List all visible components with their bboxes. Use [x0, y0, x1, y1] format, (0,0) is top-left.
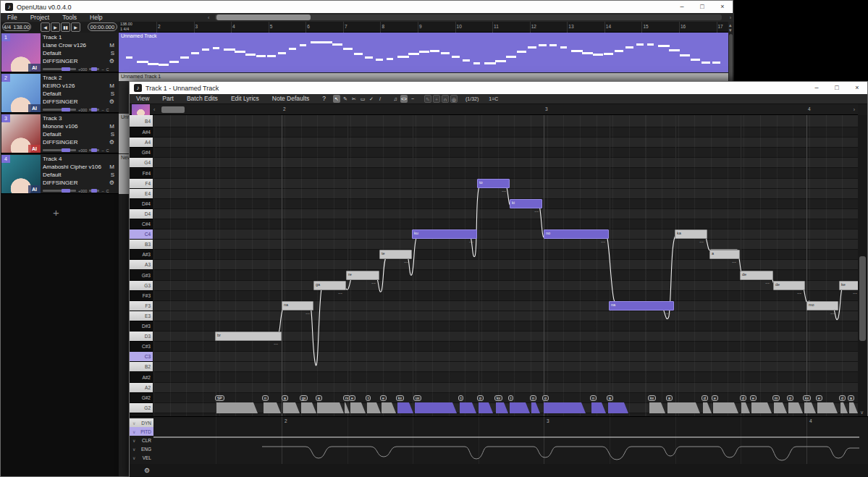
- pr-menu-view[interactable]: View: [130, 95, 156, 103]
- key-mode-setting[interactable]: 1=C: [489, 96, 498, 101]
- volume-slider-thumb[interactable]: [62, 148, 70, 152]
- pan-slider[interactable]: [89, 149, 99, 151]
- pr-menu-edit-lyrics[interactable]: Edit Lyrics: [224, 95, 266, 103]
- piano-key-Fs3[interactable]: F#3: [130, 291, 153, 301]
- piano-key-B2[interactable]: B2: [130, 362, 153, 372]
- piano-key-Ds4[interactable]: D#4: [130, 199, 153, 209]
- note-a-As3[interactable]: a: [709, 250, 740, 259]
- phoneme-label[interactable]: a: [848, 395, 854, 401]
- minimize-button[interactable]: –: [806, 82, 827, 94]
- note-to-F4[interactable]: to: [477, 179, 510, 188]
- piano-key-G2[interactable]: G2: [130, 403, 153, 413]
- chevron-down-icon[interactable]: ∨: [132, 455, 135, 460]
- phoneme-label[interactable]: m: [772, 395, 780, 401]
- phoneme-label[interactable]: ux: [413, 395, 421, 401]
- arrangement-hscrollbar[interactable]: ‹ ›: [205, 13, 734, 22]
- piano-key-A2[interactable]: A2: [130, 383, 153, 393]
- note-no-C4[interactable]: no: [544, 229, 609, 239]
- track-avatar[interactable]: 2AI: [1, 74, 41, 112]
- piano-key-As2[interactable]: A#2: [130, 373, 153, 383]
- piano-key-Gs3[interactable]: G#3: [130, 271, 153, 281]
- phoneme-label[interactable]: kx: [494, 395, 502, 401]
- piano-key-A4[interactable]: A4: [130, 138, 153, 148]
- piano-key-A3[interactable]: A3: [130, 260, 153, 270]
- track-settings-gear-icon[interactable]: ⚙: [109, 98, 114, 106]
- phoneme-label[interactable]: t: [366, 395, 371, 401]
- expression-dyn[interactable]: ∨DYN: [130, 418, 153, 427]
- volume-slider-thumb[interactable]: [62, 108, 70, 111]
- renderer-name[interactable]: DIFFSINGER: [43, 139, 77, 145]
- piano-key-Cs4[interactable]: C#4: [130, 219, 153, 229]
- expression-vel[interactable]: ∨VEL: [130, 453, 153, 462]
- piano-key-B3[interactable]: B3: [130, 240, 153, 250]
- piano-key-E4[interactable]: E4: [130, 189, 153, 199]
- track-card-1[interactable]: 1AITrack 1Llane Crow v126MDefaultSDIFFSI…: [1, 33, 119, 72]
- track-avatar[interactable]: 3AI: [1, 114, 41, 153]
- scroll-up-icon[interactable]: ▴: [729, 22, 732, 28]
- phoneme-label[interactable]: i: [508, 395, 513, 401]
- prev-part-icon[interactable]: ‹: [153, 107, 155, 112]
- expression-curve-area[interactable]: 234: [153, 417, 859, 465]
- phoneme-o[interactable]: [544, 402, 586, 413]
- seek-start-button[interactable]: ◀: [41, 22, 50, 32]
- main-menu-project[interactable]: Project: [24, 14, 56, 22]
- phoneme-label[interactable]: a: [666, 395, 673, 401]
- volume-slider[interactable]: [43, 68, 76, 70]
- pr-menu-?[interactable]: ?: [316, 95, 332, 103]
- main-titlebar[interactable]: ♪ OpenUtau v0.0.4.0 – □ ×: [1, 1, 733, 13]
- piano-key-Cs3[interactable]: C#3: [130, 342, 153, 352]
- chevron-down-icon[interactable]: ∨: [132, 438, 135, 443]
- volume-slider-thumb[interactable]: [62, 189, 70, 193]
- piano-key-As3[interactable]: A#3: [130, 250, 153, 260]
- volume-slider[interactable]: [43, 109, 76, 111]
- scroll-left-icon[interactable]: ‹: [208, 15, 209, 20]
- add-track-button[interactable]: +: [53, 206, 59, 219]
- scroll-right-icon[interactable]: ›: [730, 15, 731, 20]
- play-button[interactable]: ▶: [51, 22, 60, 32]
- expression-eng[interactable]: ∨ENG: [130, 444, 153, 453]
- track-card-4[interactable]: 4AITrack 4Amaboshi Cipher v106MDefaultSD…: [1, 154, 119, 194]
- singer-name[interactable]: KEIRO v126: [43, 83, 75, 89]
- pitch-wave-toggle-icon[interactable]: ~: [409, 95, 416, 103]
- track-avatar[interactable]: 1AI: [1, 33, 41, 72]
- collapse-icon[interactable]: ∨: [860, 410, 864, 415]
- mute-button[interactable]: M: [109, 123, 114, 130]
- phonemizer-name[interactable]: Default: [43, 131, 61, 138]
- piano-roll-vscrollbar[interactable]: ∨: [858, 115, 867, 416]
- brush-tool-icon[interactable]: ✓: [368, 95, 375, 103]
- solo-button[interactable]: S: [111, 50, 114, 57]
- line-tool-icon[interactable]: /: [376, 95, 384, 103]
- renderer-name[interactable]: DIFFSINGER: [43, 58, 77, 64]
- maximize-button[interactable]: □: [692, 1, 712, 13]
- phoneme-SP[interactable]: [216, 402, 258, 413]
- eraser-tool-icon[interactable]: ▭: [359, 95, 366, 103]
- phoneme-label[interactable]: kx: [396, 395, 404, 401]
- main-menu-tools[interactable]: Tools: [56, 14, 83, 22]
- pause-button[interactable]: ▮▮: [61, 22, 70, 32]
- pitch-arc-tool-icon[interactable]: ∩: [442, 95, 449, 103]
- singer-name[interactable]: Amaboshi Cipher v106: [43, 164, 101, 170]
- piano-key-D4[interactable]: D4: [130, 209, 153, 219]
- note-ke-G3[interactable]: ke: [839, 281, 859, 290]
- note-de-Gs3[interactable]: de: [740, 271, 773, 280]
- piano-key-D3[interactable]: D3: [130, 332, 153, 342]
- pitch-anchor-toggle-icon[interactable]: <>: [400, 95, 408, 103]
- piano-key-G4[interactable]: G4: [130, 158, 153, 168]
- snap-setting[interactable]: (1/32): [465, 96, 479, 101]
- phoneme-a[interactable]: [667, 402, 700, 413]
- note-ka-C4[interactable]: ka: [675, 229, 707, 239]
- track-card-2[interactable]: 2AITrack 2KEIRO v126MDefaultSDIFFSINGER⚙…: [1, 73, 119, 113]
- scroll-down-icon[interactable]: ▾: [729, 28, 732, 33]
- pan-slider-thumb[interactable]: [91, 67, 97, 71]
- phoneme-label[interactable]: e: [750, 395, 757, 401]
- piano-roll-grid[interactable]: br~~na~~ga~~re~~te~~ku~~to~~ki~~no~~na~~…: [153, 115, 859, 416]
- track-settings-gear-icon[interactable]: ⚙: [109, 58, 114, 65]
- solo-button[interactable]: S: [111, 172, 114, 179]
- vscroll-thumb[interactable]: [729, 34, 733, 82]
- volume-slider[interactable]: [43, 190, 76, 192]
- phoneme-label[interactable]: e: [816, 395, 822, 401]
- pan-slider-thumb[interactable]: [91, 189, 97, 193]
- next-part-icon[interactable]: ›: [854, 107, 855, 112]
- volume-slider-thumb[interactable]: [62, 67, 70, 71]
- pitch-add-tool-icon[interactable]: +: [433, 95, 440, 103]
